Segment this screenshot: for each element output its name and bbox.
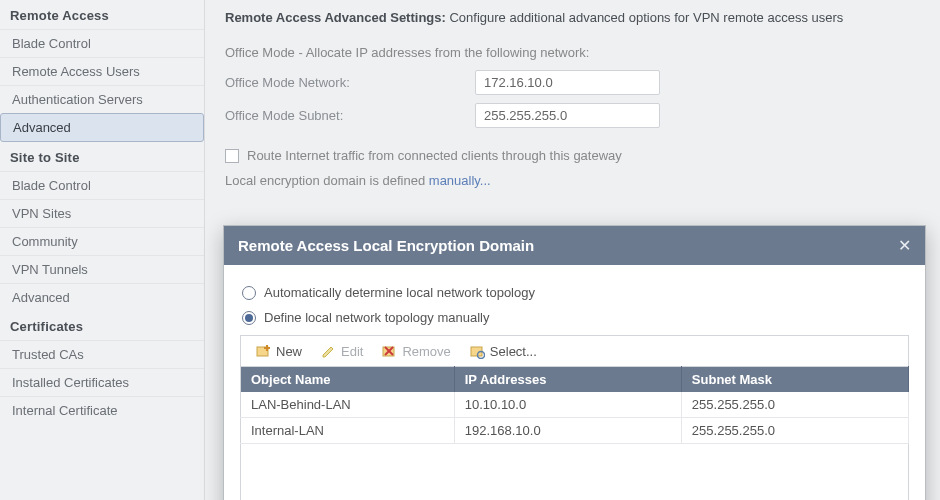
radio-manual[interactable]: Define local network topology manually (242, 310, 907, 325)
table-row[interactable]: Internal-LAN192.168.10.0255.255.255.0 (241, 418, 909, 444)
sidebar-item[interactable]: VPN Sites (0, 199, 204, 227)
modal-body: Automatically determine local network to… (224, 265, 925, 500)
page-title: Remote Access Advanced Settings: Configu… (225, 10, 920, 33)
table-cell: 255.255.255.0 (681, 418, 908, 444)
page-title-bold: Remote Access Advanced Settings: (225, 10, 446, 25)
table-cell: 255.255.255.0 (681, 392, 908, 418)
modal-header: Remote Access Local Encryption Domain ✕ (224, 226, 925, 265)
remove-icon (381, 343, 397, 359)
sidebar-group-title: Certificates (0, 311, 204, 340)
sidebar-group-title: Site to Site (0, 142, 204, 171)
route-traffic-label: Route Internet traffic from connected cl… (247, 148, 622, 163)
sidebar-item[interactable]: Community (0, 227, 204, 255)
radio-icon (242, 286, 256, 300)
table-cell: Internal-LAN (241, 418, 455, 444)
sidebar-item[interactable]: Blade Control (0, 29, 204, 57)
office-subnet-label: Office Mode Subnet: (225, 108, 475, 123)
col-subnet-mask[interactable]: Subnet Mask (681, 367, 908, 393)
sidebar-item[interactable]: Trusted CAs (0, 340, 204, 368)
manually-link[interactable]: manually... (429, 173, 491, 188)
sidebar-group-title: Remote Access (0, 0, 204, 29)
sidebar-item[interactable]: Installed Certificates (0, 368, 204, 396)
remove-button[interactable]: Remove (373, 340, 458, 362)
table-header-row: Object Name IP Addresses Subnet Mask (241, 367, 909, 393)
new-button[interactable]: New (247, 340, 310, 362)
remove-label: Remove (402, 344, 450, 359)
radio-icon (242, 311, 256, 325)
radio-auto-label: Automatically determine local network to… (264, 285, 535, 300)
office-subnet-input[interactable] (475, 103, 660, 128)
office-network-label: Office Mode Network: (225, 75, 475, 90)
sidebar-item[interactable]: Advanced (0, 283, 204, 311)
sidebar-item[interactable]: Advanced (0, 113, 204, 142)
modal-title: Remote Access Local Encryption Domain (238, 237, 534, 254)
checkbox-icon (225, 149, 239, 163)
office-network-input[interactable] (475, 70, 660, 95)
radio-manual-label: Define local network topology manually (264, 310, 489, 325)
table-cell: 192.168.10.0 (454, 418, 681, 444)
col-ip-addresses[interactable]: IP Addresses (454, 367, 681, 393)
close-icon[interactable]: ✕ (898, 236, 911, 255)
office-subnet-row: Office Mode Subnet: (225, 103, 920, 128)
new-label: New (276, 344, 302, 359)
edit-label: Edit (341, 344, 363, 359)
office-network-row: Office Mode Network: (225, 70, 920, 95)
sidebar-item[interactable]: Authentication Servers (0, 85, 204, 113)
sidebar-item[interactable]: Remote Access Users (0, 57, 204, 85)
new-icon (255, 343, 271, 359)
select-label: Select... (490, 344, 537, 359)
table-empty-area (240, 444, 909, 500)
edit-button[interactable]: Edit (312, 340, 371, 362)
radio-auto[interactable]: Automatically determine local network to… (242, 285, 907, 300)
select-icon (469, 343, 485, 359)
table-cell: LAN-Behind-LAN (241, 392, 455, 418)
encryption-domain-modal: Remote Access Local Encryption Domain ✕ … (223, 225, 926, 500)
sidebar-item[interactable]: VPN Tunnels (0, 255, 204, 283)
objects-table: Object Name IP Addresses Subnet Mask LAN… (240, 366, 909, 444)
toolbar: New Edit Remove Select... (240, 335, 909, 366)
table-row[interactable]: LAN-Behind-LAN10.10.10.0255.255.255.0 (241, 392, 909, 418)
select-button[interactable]: Select... (461, 340, 545, 362)
local-encryption-text: Local encryption domain is defined manua… (225, 173, 920, 188)
sidebar-item[interactable]: Blade Control (0, 171, 204, 199)
office-mode-label: Office Mode - Allocate IP addresses from… (225, 45, 920, 60)
col-object-name[interactable]: Object Name (241, 367, 455, 393)
edit-icon (320, 343, 336, 359)
table-cell: 10.10.10.0 (454, 392, 681, 418)
local-enc-prefix: Local encryption domain is defined (225, 173, 429, 188)
route-traffic-checkbox-row[interactable]: Route Internet traffic from connected cl… (225, 148, 920, 163)
sidebar-item[interactable]: Internal Certificate (0, 396, 204, 424)
sidebar: Remote AccessBlade ControlRemote Access … (0, 0, 205, 500)
page-title-rest: Configure additional advanced options fo… (446, 10, 843, 25)
